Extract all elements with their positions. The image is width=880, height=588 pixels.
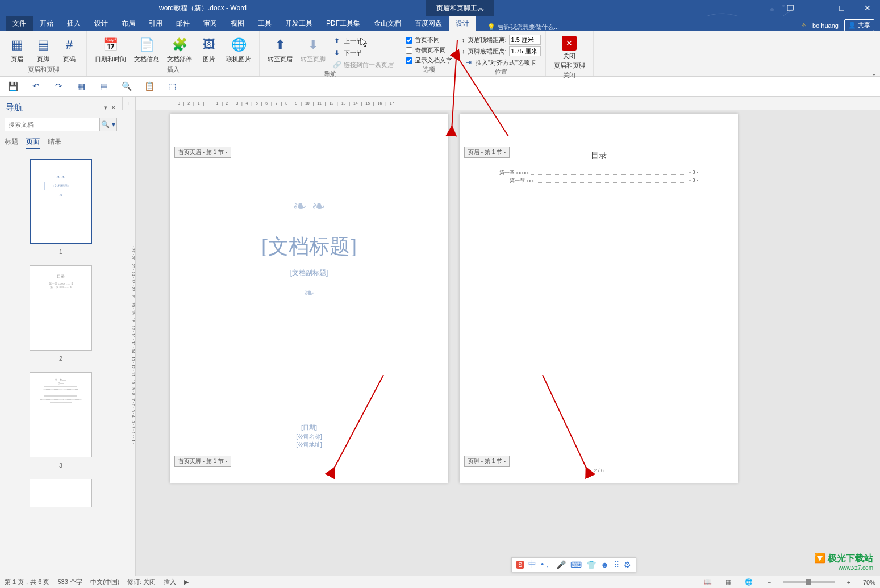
tab-view[interactable]: 视图: [224, 16, 251, 31]
tab-dev[interactable]: 开发工具: [278, 16, 319, 31]
status-macro-icon[interactable]: ▶: [184, 578, 189, 586]
zoom-in-icon[interactable]: +: [843, 578, 855, 587]
next-section-button[interactable]: ⬇下一节: [330, 48, 396, 58]
ime-skin-icon[interactable]: 👕: [586, 560, 596, 569]
status-word-count[interactable]: 533 个字: [57, 578, 82, 586]
nav-search-input[interactable]: [5, 118, 99, 131]
tab-file[interactable]: 文件: [6, 16, 33, 31]
horizontal-ruler[interactable]: · 3 · | · 2 · | · 1 · | · · · | · 1 · | …: [136, 97, 880, 110]
different-first-page-checkbox[interactable]: 首页不同: [406, 36, 452, 44]
tab-layout[interactable]: 布局: [115, 16, 142, 31]
zoom-percent[interactable]: 70%: [863, 579, 875, 586]
ime-toolbox-icon[interactable]: ⠿: [614, 560, 619, 569]
collapse-ribbon-icon[interactable]: ⌃: [871, 73, 877, 80]
nav-close-icon[interactable]: ✕: [111, 104, 116, 111]
search-icon[interactable]: 🔍 ▾: [99, 118, 116, 131]
status-track-changes[interactable]: 修订: 关闭: [127, 578, 156, 586]
ime-lang-icon[interactable]: 中: [528, 560, 536, 570]
header-top-distance-input[interactable]: [509, 35, 541, 45]
maximize-button[interactable]: □: [829, 0, 854, 16]
paste-icon[interactable]: 📋: [144, 81, 155, 91]
thumbnail-page-4[interactable]: [30, 479, 92, 507]
thumbnail-page-2[interactable]: 目录 第一章 xxxxx ...... 3第一节 xxx ...... 3: [30, 265, 92, 351]
close-header-footer-button[interactable]: ✕ 关闭 页眉和页脚: [550, 35, 589, 71]
vertical-ruler[interactable]: L · 27 · 26 · 25 · 24 · 23 · 22 · 21 · 2…: [122, 97, 136, 577]
status-language[interactable]: 中文(中国): [90, 578, 119, 586]
status-page[interactable]: 第 1 页，共 6 页: [5, 578, 49, 586]
tab-references[interactable]: 引用: [142, 16, 169, 31]
ime-settings-icon[interactable]: ⚙: [624, 560, 631, 569]
ime-punct-icon[interactable]: •，: [541, 560, 552, 570]
zoom-icon[interactable]: 🔍: [122, 81, 132, 91]
tab-insert[interactable]: 插入: [60, 16, 87, 31]
tab-header-footer-design[interactable]: 设计: [449, 16, 476, 31]
nav-dropdown-icon[interactable]: ▾: [104, 104, 107, 111]
ime-keyboard-icon[interactable]: ⌨: [570, 560, 582, 569]
tab-jinshan[interactable]: 金山文档: [367, 16, 408, 31]
online-picture-button[interactable]: 🌐联机图片: [223, 35, 255, 65]
tab-review[interactable]: 审阅: [197, 16, 224, 31]
web-layout-icon[interactable]: 🌐: [743, 578, 755, 587]
zoom-slider[interactable]: [783, 581, 835, 583]
table-icon[interactable]: ▦: [76, 81, 86, 91]
goto-footer-button[interactable]: ⬇转至页脚: [297, 35, 329, 65]
cover-title[interactable]: [文档标题]: [170, 233, 448, 261]
cover-date[interactable]: [日期]: [170, 423, 448, 432]
tab-pdf[interactable]: PDF工具集: [319, 16, 367, 31]
zoom-slider-knob[interactable]: [806, 579, 811, 585]
undo-icon[interactable]: ↶: [31, 81, 41, 91]
ime-mic-icon[interactable]: 🎤: [556, 560, 566, 569]
ruler-corner[interactable]: L: [122, 97, 136, 110]
doc-parts-button[interactable]: 🧩文档部件: [164, 35, 195, 65]
ime-toolbar[interactable]: S 中 •， 🎤 ⌨ 👕 ☻ ⠿ ⚙: [511, 557, 636, 572]
warning-icon[interactable]: ⚠: [801, 22, 807, 29]
tell-me-search[interactable]: 💡 告诉我您想要做什么...: [487, 23, 559, 31]
user-name[interactable]: bo huang: [812, 22, 839, 29]
cover-address[interactable]: [公司地址]: [170, 441, 448, 449]
page-number-button[interactable]: #页码: [57, 35, 82, 65]
prev-section-button[interactable]: ⬆上一节: [330, 36, 396, 46]
row-icon[interactable]: ▤: [99, 81, 109, 91]
insert-alignment-tab-button[interactable]: ⇥插入"对齐方式"选项卡: [462, 57, 541, 68]
ribbon-display-options-icon[interactable]: ❐: [778, 0, 803, 16]
tab-design[interactable]: 设计: [87, 16, 115, 31]
different-odd-even-checkbox[interactable]: 奇偶页不同: [406, 46, 452, 55]
tab-home[interactable]: 开始: [33, 16, 60, 31]
page-2[interactable]: 页眉 - 第 1 节 - 目录 第一章 xxxxx- 3 - 第一节 xxx- …: [460, 114, 738, 483]
close-window-button[interactable]: ✕: [854, 0, 880, 16]
picture-button[interactable]: 🖼图片: [197, 35, 222, 65]
read-mode-icon[interactable]: 📖: [702, 578, 714, 587]
document-area[interactable]: L · 27 · 26 · 25 · 24 · 23 · 22 · 21 · 2…: [122, 97, 880, 577]
header-button[interactable]: ▦页眉: [5, 35, 30, 65]
nav-thumbnails[interactable]: ❧ ❧ [文档标题] ❧ 1 目录 第一章 xxxxx ...... 3第一节 …: [0, 153, 122, 577]
thumbnail-page-1[interactable]: ❧ ❧ [文档标题] ❧: [30, 159, 92, 244]
doc-info-button[interactable]: 📄文档信息: [131, 35, 162, 65]
date-time-button[interactable]: 📅日期和时间: [91, 35, 130, 65]
footer-button[interactable]: ▤页脚: [31, 35, 56, 65]
tab-mailings[interactable]: 邮件: [169, 16, 197, 31]
share-button[interactable]: 👤 共享: [844, 19, 874, 31]
status-insert-mode[interactable]: 插入: [164, 578, 176, 586]
tab-baidu[interactable]: 百度网盘: [408, 16, 449, 31]
thumbnail-page-3[interactable]: 第一章xxxx第xxxxxxxxxxxxxxxxxxxxxxxxxxxxxxxx…: [30, 372, 92, 457]
tab-tools[interactable]: 工具: [251, 16, 278, 31]
nav-tab-results[interactable]: 结果: [48, 137, 61, 149]
object-icon[interactable]: ⬚: [167, 81, 177, 91]
footer-bottom-distance-input[interactable]: [509, 46, 541, 56]
zoom-out-icon[interactable]: −: [763, 578, 775, 587]
print-layout-icon[interactable]: ▦: [722, 578, 735, 587]
page-1[interactable]: 首页页眉 - 第 1 节 - ❧ ❧ [文档标题] [文档副标题] ❧ [日期]…: [170, 114, 448, 483]
ime-logo-icon[interactable]: S: [516, 561, 524, 569]
goto-header-button[interactable]: ⬆转至页眉: [264, 35, 296, 65]
redo-icon[interactable]: ↷: [53, 81, 64, 91]
cover-company[interactable]: [公司名称]: [170, 433, 448, 441]
footer-page-number[interactable]: 2 / 6: [460, 468, 738, 473]
show-document-text-checkbox[interactable]: 显示文档文字: [406, 56, 452, 65]
toc-entry-1[interactable]: 第一章 xxxxx- 3 -: [499, 169, 698, 177]
save-icon[interactable]: 💾: [8, 81, 18, 91]
nav-tab-headings[interactable]: 标题: [5, 137, 18, 149]
nav-tab-pages[interactable]: 页面: [26, 137, 40, 149]
cover-subtitle[interactable]: [文档副标题]: [170, 268, 448, 278]
toc-entry-2[interactable]: 第一节 xxx- 3 -: [510, 177, 698, 185]
ime-emoji-icon[interactable]: ☻: [600, 560, 609, 569]
